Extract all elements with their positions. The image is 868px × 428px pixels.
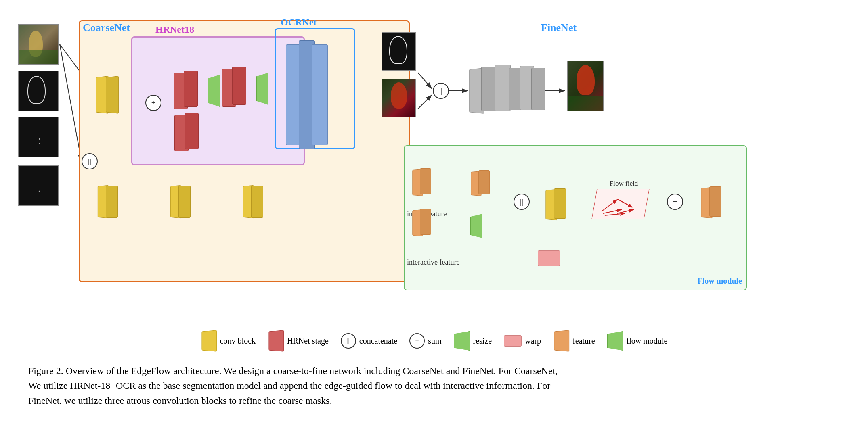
legend-hrnet: HRNet stage	[268, 331, 329, 351]
legend-resize-shape	[454, 331, 470, 351]
resize-block-2	[256, 73, 268, 105]
svg-line-44	[605, 213, 625, 215]
main-container: CoarseNet HRNet18 OCRNet FineNet Flow mo…	[0, 0, 868, 417]
concat-circle-left: ||	[82, 153, 98, 169]
input-mask1: · ·	[18, 117, 59, 157]
hrnet-stage-1b	[184, 71, 198, 107]
legend-feature-label: feature	[572, 336, 595, 346]
legend-resize: resize	[454, 331, 492, 351]
final-output-img	[567, 61, 604, 111]
flow-conv-1b	[554, 188, 566, 219]
hrnet-stage-2b	[232, 67, 246, 105]
legend-conv-shape	[201, 330, 217, 352]
legend-resize-label: resize	[473, 336, 492, 346]
finenet-block-1c	[495, 65, 511, 111]
flow-feature-2b	[478, 170, 490, 194]
svg-line-41	[602, 199, 618, 211]
flow-field-shape	[591, 189, 649, 219]
divider	[28, 359, 840, 359]
conv-block-1b	[106, 76, 119, 113]
legend-flow-shape	[607, 331, 623, 351]
flowmodule-box: Flow module	[404, 145, 747, 290]
sum-circle-flow: +	[667, 194, 683, 210]
finenet-label: FineNet	[541, 22, 577, 34]
legend-flow: flow module	[607, 331, 668, 351]
legend-sum-label: sum	[428, 336, 441, 346]
legend-hrnet-shape	[268, 330, 284, 352]
legend-conv-label: conv block	[220, 336, 256, 346]
sum-circle: +	[145, 95, 161, 111]
caption-text: Figure 2. Overview of the EdgeFlow archi…	[28, 365, 558, 406]
flow-feature-1b	[420, 168, 431, 194]
flow-field-label: Flow field	[598, 180, 650, 188]
resize-block-1	[208, 75, 220, 107]
legend-feature: feature	[553, 331, 595, 351]
legend-warp-label: warp	[525, 336, 541, 346]
legend-concat-label: concatenate	[359, 336, 397, 346]
interactive-feature-label: interactive feature	[407, 258, 459, 267]
svg-line-14	[418, 73, 432, 89]
hrnet-stage-3b	[185, 113, 199, 149]
input-edge	[18, 71, 59, 111]
legend-flow-label: flow module	[627, 336, 668, 346]
legend-sum-shape: +	[409, 333, 425, 349]
conv-block-bottom-c2	[251, 186, 263, 218]
concat-circle-flow: ||	[514, 194, 530, 210]
hrnet-label: HRNet18	[155, 24, 194, 35]
legend-conv: conv block	[201, 331, 256, 351]
concat-circle-finenet: ||	[433, 83, 449, 99]
flowmodule-label: Flow module	[697, 276, 742, 286]
legend-warp: warp	[504, 335, 541, 347]
conv-block-bottom-b2	[178, 186, 191, 218]
coarsenet-label: CoarseNet	[83, 22, 130, 34]
ocr-block-3	[312, 44, 328, 145]
legend-area: conv block HRNet stage || concatenate + …	[16, 325, 852, 357]
flow-output-1b	[709, 186, 721, 217]
caption: Figure 2. Overview of the EdgeFlow archi…	[16, 363, 852, 409]
output-seg-img	[382, 79, 416, 117]
input-mask2: ·	[18, 165, 59, 206]
svg-line-15	[418, 95, 432, 109]
flow-resize-block	[470, 214, 482, 238]
flow-feature-3b	[420, 209, 431, 235]
legend-concat-shape: ||	[341, 333, 356, 349]
input-photo	[18, 24, 59, 65]
ocrnet-label: OCRNet	[281, 17, 317, 28]
svg-line-42	[616, 199, 634, 207]
finenet-block-2c	[531, 68, 545, 110]
legend-sum: + sum	[409, 333, 441, 349]
output-edge-img	[382, 32, 416, 71]
legend-feature-shape	[554, 330, 570, 352]
conv-block-bottom-a2	[106, 186, 118, 218]
legend-concat: || concatenate	[341, 333, 397, 349]
diagram-area: CoarseNet HRNet18 OCRNet FineNet Flow mo…	[16, 12, 852, 319]
legend-warp-shape	[504, 335, 522, 347]
warp-block	[538, 250, 560, 266]
legend-hrnet-label: HRNet stage	[287, 336, 329, 346]
svg-line-2	[60, 44, 82, 161]
